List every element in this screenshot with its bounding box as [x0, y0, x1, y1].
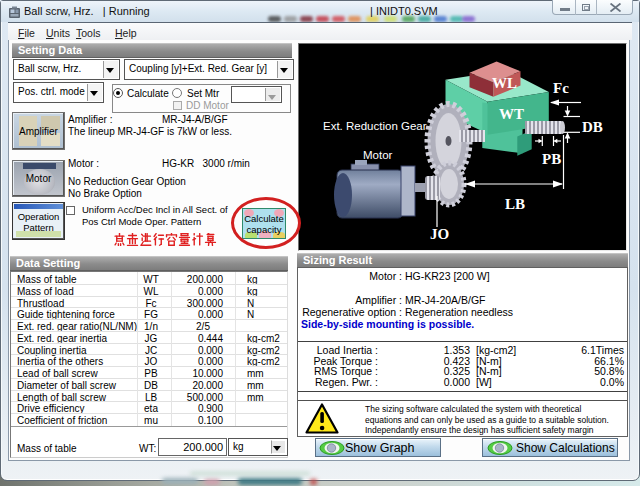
- svg-text:WT: WT: [499, 106, 524, 122]
- svg-text:LB: LB: [505, 196, 525, 212]
- svg-text:DB: DB: [582, 119, 603, 135]
- svg-text:Ext. Reduction Gear: Ext. Reduction Gear: [323, 120, 427, 132]
- svg-text:WL: WL: [492, 75, 517, 91]
- svg-text:Fc: Fc: [553, 80, 569, 96]
- svg-text:PB: PB: [542, 151, 561, 167]
- svg-text:Motor: Motor: [363, 149, 393, 161]
- svg-text:JO: JO: [430, 226, 449, 242]
